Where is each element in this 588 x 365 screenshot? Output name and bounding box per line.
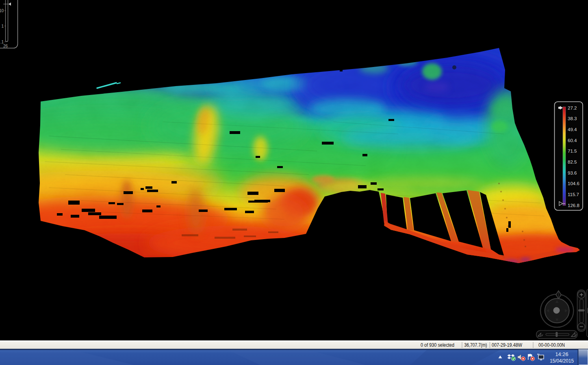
svg-text:71.5: 71.5 [568,149,577,153]
svg-text:15/04/2015: 15/04/2015 [550,358,574,364]
svg-text:00-00-00.00N: 00-00-00.00N [538,342,565,348]
svg-text:49.4: 49.4 [568,127,577,132]
svg-text:27.2: 27.2 [568,106,577,110]
svg-text:60.4: 60.4 [568,138,577,143]
svg-text:14:26: 14:26 [555,351,568,357]
svg-text:38.3: 38.3 [568,116,577,121]
svg-text:26: 26 [3,44,8,48]
svg-text:0 of 930 selected: 0 of 930 selected [421,342,454,348]
svg-text:36,707.7(m): 36,707.7(m) [464,342,487,348]
svg-text:10: 10 [0,9,4,13]
svg-text:126.8: 126.8 [568,203,579,208]
svg-text:104.6: 104.6 [568,181,579,186]
svg-text:1: 1 [1,24,4,28]
svg-text:115.7: 115.7 [568,192,579,197]
svg-text:.1: .1 [0,40,4,44]
svg-text:82.5: 82.5 [568,160,577,164]
svg-text:93.6: 93.6 [568,171,577,175]
svg-text:007-29-19.48W: 007-29-19.48W [492,342,523,348]
